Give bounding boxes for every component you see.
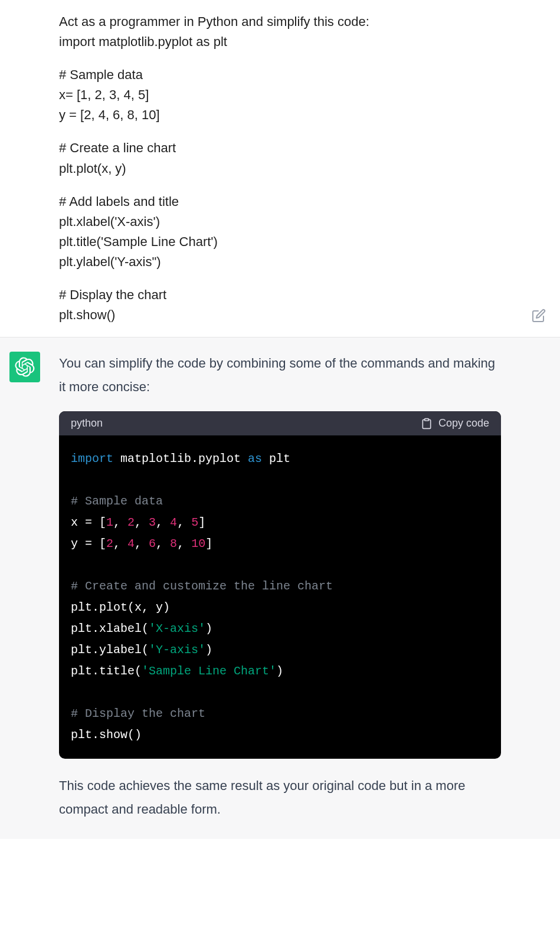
user-prompt-text: Act as a programmer in Python and simpli…: [59, 12, 501, 325]
svg-rect-0: [425, 419, 429, 421]
assistant-message: You can simplify the code by combining s…: [0, 337, 560, 838]
user-paragraph: # Add labels and titleplt.xlabel('X-axis…: [59, 192, 501, 272]
assistant-avatar: [9, 352, 40, 382]
openai-logo-icon: [15, 357, 35, 377]
copy-code-button[interactable]: Copy code: [421, 417, 489, 430]
clipboard-icon: [421, 418, 433, 430]
user-paragraph: # Sample datax= [1, 2, 3, 4, 5]y = [2, 4…: [59, 65, 501, 125]
copy-code-label: Copy code: [438, 417, 489, 430]
code-language-label: python: [71, 417, 103, 430]
user-paragraph: # Display the chartplt.show(): [59, 285, 501, 325]
edit-icon: [532, 309, 546, 323]
code-block: python Copy code import matplotlib.pyplo…: [59, 411, 501, 759]
user-paragraph: # Create a line chartplt.plot(x, y): [59, 138, 501, 178]
user-message: Act as a programmer in Python and simpli…: [0, 0, 560, 337]
assistant-intro-text: You can simplify the code by combining s…: [59, 352, 501, 398]
edit-message-button[interactable]: [532, 309, 548, 325]
assistant-outro-text: This code achieves the same result as yo…: [59, 774, 501, 821]
code-header: python Copy code: [59, 411, 501, 435]
assistant-response: You can simplify the code by combining s…: [59, 352, 501, 821]
code-content[interactable]: import matplotlib.pyplot as plt # Sample…: [59, 435, 501, 759]
user-paragraph: Act as a programmer in Python and simpli…: [59, 12, 501, 52]
